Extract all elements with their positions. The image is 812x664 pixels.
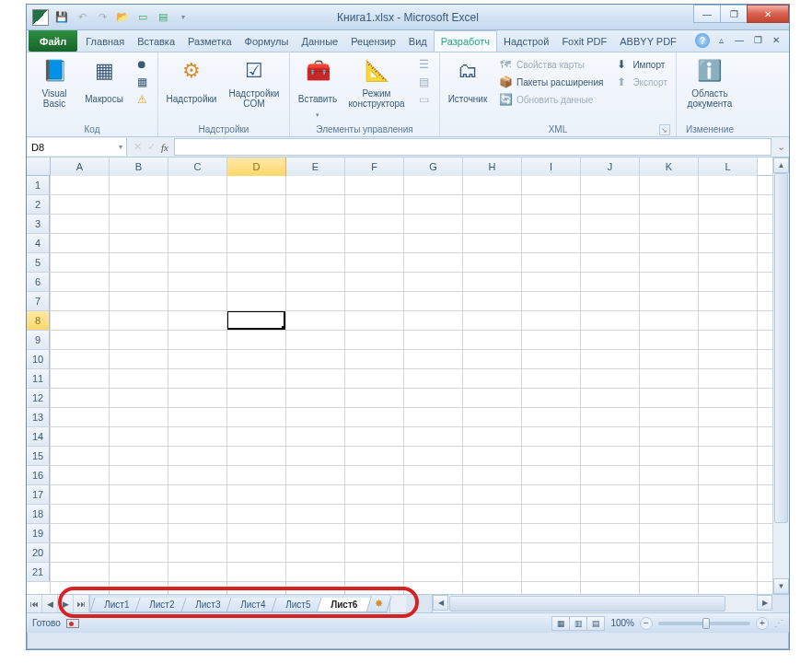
row-header[interactable]: 5 <box>27 253 50 273</box>
properties-button[interactable]: ☰ <box>413 56 434 73</box>
resize-grip-icon[interactable]: ⋰ <box>774 618 783 628</box>
row-header[interactable]: 1 <box>27 176 50 195</box>
tab-data[interactable]: Данные <box>295 30 344 52</box>
row-header[interactable]: 13 <box>27 408 50 427</box>
zoom-thumb[interactable] <box>702 618 710 629</box>
fx-icon[interactable]: fx <box>161 142 168 153</box>
vertical-scrollbar[interactable]: ▲ ▼ <box>772 157 789 594</box>
col-header[interactable]: A <box>51 157 110 176</box>
design-mode-button[interactable]: 📐 Режим конструктора <box>343 54 410 111</box>
close-button[interactable]: ✕ <box>747 5 789 23</box>
row-header[interactable]: 18 <box>27 505 50 524</box>
col-header[interactable]: K <box>640 157 699 176</box>
record-macro-button[interactable]: ⏺ <box>132 56 152 73</box>
print-preview-icon[interactable]: ▤ <box>154 8 172 27</box>
document-panel-button[interactable]: ℹ️ Область документа <box>680 54 739 111</box>
relative-refs-button[interactable]: ▦ <box>132 74 152 90</box>
col-header[interactable]: E <box>286 157 345 176</box>
view-normal-icon[interactable]: ▦ <box>551 616 570 631</box>
tab-home[interactable]: Главная <box>79 30 131 52</box>
tab-formulas[interactable]: Формулы <box>238 30 296 52</box>
col-header[interactable]: I <box>522 157 581 176</box>
row-header[interactable]: 15 <box>27 447 50 466</box>
col-header[interactable]: H <box>463 157 522 176</box>
col-header-selected[interactable]: D <box>227 157 286 176</box>
com-addins-button[interactable]: ☑ Надстройки COM <box>223 54 285 111</box>
visual-basic-button[interactable]: 📘 Visual Basic <box>30 54 78 111</box>
tab-insert[interactable]: Вставка <box>131 30 181 52</box>
row-header[interactable]: 11 <box>27 369 50 389</box>
row-header[interactable]: 2 <box>27 195 50 215</box>
row-header[interactable]: 17 <box>27 485 50 505</box>
view-pagebreak-icon[interactable]: ▤ <box>586 616 605 631</box>
redo-icon[interactable]: ↷ <box>93 8 111 27</box>
formula-input[interactable] <box>174 138 771 156</box>
col-header[interactable]: F <box>345 157 404 176</box>
nav-prev-icon[interactable]: ◀ <box>42 595 58 612</box>
expand-formula-bar-icon[interactable]: ⌄ <box>772 137 789 157</box>
sheet-tab-active[interactable]: Лист6 <box>317 598 372 612</box>
scroll-up-icon[interactable]: ▲ <box>773 157 789 173</box>
tab-review[interactable]: Рецензир <box>344 30 402 52</box>
tab-addins[interactable]: Надстрой <box>497 30 555 52</box>
row-header[interactable]: 21 <box>27 563 50 582</box>
map-properties-button[interactable]: 🗺Свойства карты <box>495 56 606 73</box>
file-tab[interactable]: Файл <box>29 30 77 52</box>
tab-foxit[interactable]: Foxit PDF <box>555 30 613 52</box>
expansion-packs-button[interactable]: 📦Пакеты расширения <box>495 74 606 90</box>
row-header[interactable]: 10 <box>27 350 50 369</box>
row-header[interactable]: 12 <box>27 389 50 408</box>
excel-icon[interactable] <box>32 9 49 26</box>
import-button[interactable]: ⬇Импорт <box>611 56 670 73</box>
row-header[interactable]: 9 <box>27 331 50 350</box>
zoom-out-button[interactable]: − <box>640 617 653 630</box>
name-box[interactable]: D8 ▾ <box>28 138 127 156</box>
col-header[interactable]: J <box>581 157 640 176</box>
macro-security-button[interactable]: ⚠ <box>132 91 152 108</box>
qat-customize-icon[interactable]: ▾ <box>174 8 192 27</box>
undo-icon[interactable]: ↶ <box>73 8 91 27</box>
scroll-right-icon[interactable]: ▶ <box>757 595 772 611</box>
zoom-level[interactable]: 100% <box>610 618 634 628</box>
workbook-minimize-icon[interactable]: — <box>732 33 747 46</box>
row-header[interactable]: 16 <box>27 466 50 485</box>
row-header[interactable]: 7 <box>27 292 50 311</box>
row-header[interactable]: 20 <box>27 543 50 563</box>
xml-source-button[interactable]: 🗂 Источник <box>444 54 492 111</box>
workbook-restore-icon[interactable]: ❐ <box>750 33 765 46</box>
save-icon[interactable]: 💾 <box>52 8 71 27</box>
row-header[interactable]: 14 <box>27 427 50 447</box>
row-header-selected[interactable]: 8 <box>27 311 50 331</box>
minimize-button[interactable]: — <box>693 5 721 23</box>
col-header[interactable]: G <box>404 157 463 176</box>
scroll-thumb-v[interactable] <box>774 173 788 523</box>
tab-abbyy[interactable]: ABBYY PDF <box>613 30 683 52</box>
row-header[interactable]: 19 <box>27 524 50 543</box>
col-header[interactable]: C <box>168 157 227 176</box>
nav-last-icon[interactable]: ⏭ <box>74 595 89 612</box>
macro-record-icon[interactable] <box>66 619 79 628</box>
run-dialog-button[interactable]: ▭ <box>413 91 434 108</box>
col-header[interactable]: L <box>699 157 758 176</box>
select-all-corner[interactable] <box>27 157 51 176</box>
scroll-thumb-h[interactable] <box>449 596 725 612</box>
nav-next-icon[interactable]: ▶ <box>58 595 74 612</box>
new-icon[interactable]: ▭ <box>133 8 152 27</box>
scroll-down-icon[interactable]: ▼ <box>773 578 789 594</box>
scroll-left-icon[interactable]: ◀ <box>433 595 448 611</box>
row-header[interactable]: 4 <box>27 234 50 253</box>
col-header[interactable]: B <box>110 157 168 176</box>
workbook-close-icon[interactable]: ✕ <box>769 33 783 46</box>
tab-developer[interactable]: Разработч <box>434 30 497 52</box>
selected-cell[interactable] <box>226 310 285 330</box>
view-code-button[interactable]: ▤ <box>413 74 434 90</box>
cells-area[interactable] <box>51 176 772 594</box>
export-button[interactable]: ⬆Экспорт <box>611 74 670 90</box>
maximize-button[interactable]: ❐ <box>720 5 748 23</box>
dialog-launcher-icon[interactable]: ↘ <box>659 124 670 135</box>
help-icon[interactable]: ? <box>695 33 710 48</box>
refresh-data-button[interactable]: 🔄Обновить данные <box>495 91 606 108</box>
tab-layout[interactable]: Разметка <box>181 30 238 52</box>
open-icon[interactable]: 📂 <box>113 8 132 27</box>
nav-first-icon[interactable]: ⏮ <box>27 595 42 612</box>
